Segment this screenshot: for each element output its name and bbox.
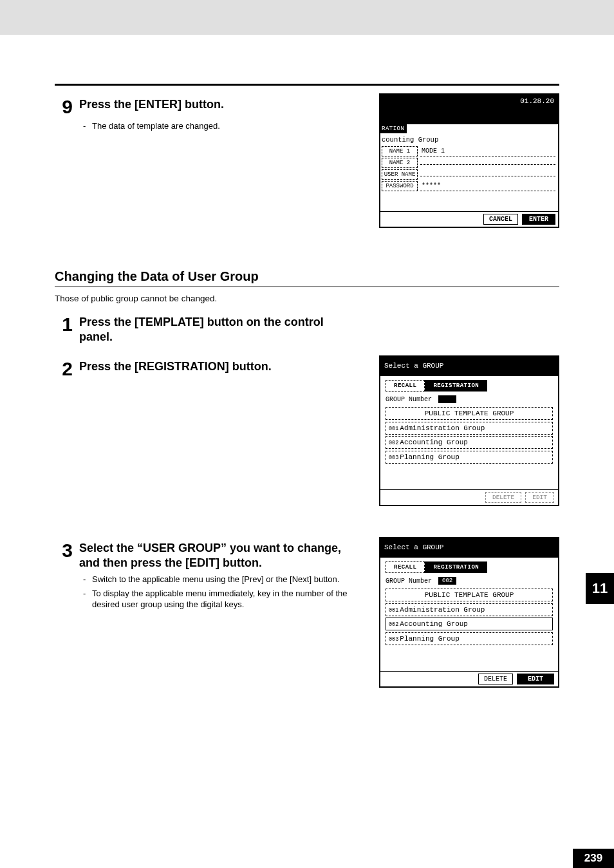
step2-title: Press the [REGISTRATION] button.: [79, 359, 272, 374]
username-value[interactable]: [420, 173, 555, 176]
group-item-public[interactable]: PUBLIC TEMPLATE GROUP: [386, 407, 553, 420]
group-number-label: GROUP Number: [386, 578, 432, 585]
step-number: 2: [55, 359, 73, 379]
group-item[interactable]: 001Administration Group: [386, 603, 553, 616]
step1-title: Press the [TEMPLATE] button on the contr…: [79, 315, 349, 344]
group-number-value[interactable]: 002: [438, 577, 456, 585]
screen-registration: 01.28.20 RATION counting Group NAME 1 MO…: [379, 93, 559, 228]
registration-tab[interactable]: REGISTRATION: [425, 380, 487, 392]
step-number: 3: [55, 541, 73, 560]
cancel-button[interactable]: CANCEL: [483, 214, 518, 225]
enter-button[interactable]: ENTER: [522, 214, 555, 225]
delete-button[interactable]: DELETE: [485, 492, 521, 503]
registration-tab[interactable]: REGISTRATION: [425, 561, 487, 573]
group-number-value[interactable]: [438, 395, 456, 403]
edit-button[interactable]: EDIT: [517, 674, 554, 684]
sub-title: counting Group: [382, 136, 438, 144]
recall-tab[interactable]: RECALL: [386, 380, 425, 392]
name1-value[interactable]: MODE 1: [420, 146, 555, 156]
recall-tab[interactable]: RECALL: [386, 561, 425, 573]
group-item-public[interactable]: PUBLIC TEMPLATE GROUP: [386, 589, 553, 601]
group-item[interactable]: 003Planning Group: [386, 632, 553, 645]
step3-title: Select the “USER GROUP” you want to chan…: [79, 541, 349, 570]
screen-title: Select a GROUP: [384, 362, 443, 370]
group-number-label: GROUP Number: [386, 396, 432, 403]
name2-value[interactable]: [420, 162, 555, 165]
chapter-tab: 11: [586, 573, 614, 604]
screen-select-group-1: Select a GROUP RECALL REGISTRATION GROUP…: [379, 355, 559, 506]
step9-title: Press the [ENTER] button.: [79, 97, 224, 112]
timestamp: 01.28.20: [520, 97, 554, 105]
name2-button[interactable]: NAME 2: [382, 158, 418, 168]
group-item-selected[interactable]: 002Accounting Group: [386, 618, 553, 630]
step3-bullet: Switch to the applicable menu using the …: [92, 574, 339, 585]
password-button[interactable]: PASSWORD: [382, 181, 418, 191]
step3-bullet: To display the applicable menu immediate…: [92, 588, 361, 610]
edit-button[interactable]: EDIT: [525, 492, 554, 503]
delete-button[interactable]: DELETE: [478, 674, 513, 684]
username-button[interactable]: USER NAME: [382, 169, 418, 180]
step-number: 9: [55, 97, 73, 117]
section-intro: Those of public group cannot be changed.: [55, 294, 559, 303]
group-item[interactable]: 001Administration Group: [386, 422, 553, 435]
section-heading: Changing the Data of User Group: [55, 269, 559, 284]
screen-title: Select a GROUP: [384, 543, 443, 551]
group-item[interactable]: 002Accounting Group: [386, 436, 553, 449]
page-number: 239: [573, 849, 614, 868]
password-value[interactable]: *****: [420, 181, 555, 191]
step9-bullet: The data of template are changed.: [92, 120, 220, 132]
name1-button[interactable]: NAME 1: [382, 146, 418, 156]
step-number: 1: [55, 315, 73, 334]
group-item[interactable]: 003Planning Group: [386, 451, 553, 464]
tab-ration[interactable]: RATION: [379, 124, 407, 133]
screen-select-group-2: Select a GROUP RECALL REGISTRATION GROUP…: [379, 537, 559, 688]
